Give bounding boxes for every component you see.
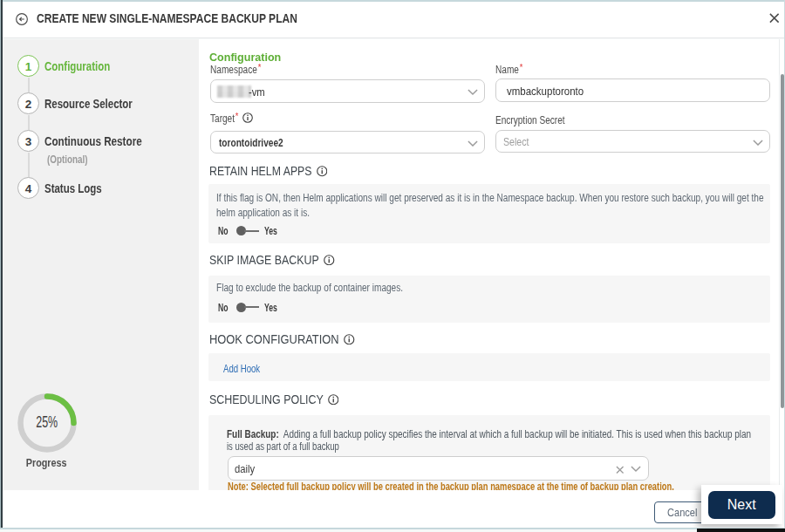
svg-text:25%: 25% <box>36 413 58 431</box>
